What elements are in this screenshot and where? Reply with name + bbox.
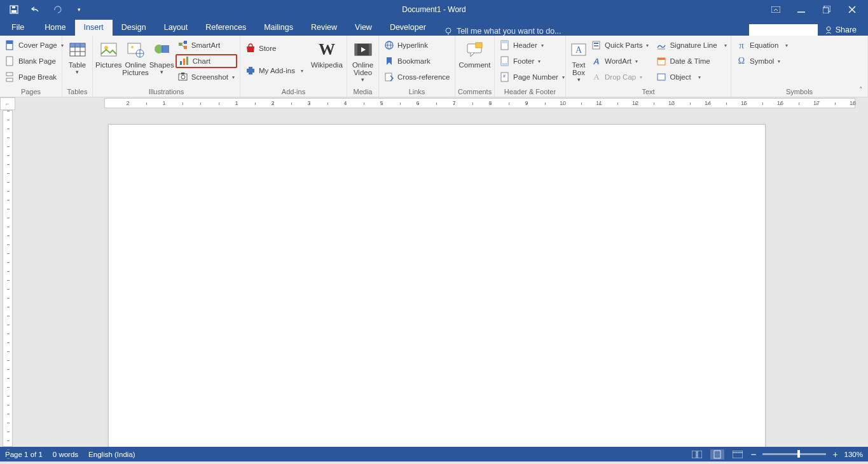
signature-line-button[interactable]: Signature Line▾ xyxy=(654,38,729,52)
tab-layout[interactable]: Layout xyxy=(155,20,197,36)
svg-rect-3 xyxy=(771,6,780,13)
maximize-icon[interactable] xyxy=(822,5,831,14)
online-pictures-button[interactable]: Online Pictures xyxy=(122,38,149,76)
share-label: Share xyxy=(836,25,857,34)
minimize-icon[interactable] xyxy=(797,5,806,14)
close-icon[interactable] xyxy=(848,5,857,14)
object-label: Object xyxy=(670,73,691,81)
hyperlink-icon xyxy=(384,40,394,50)
svg-point-9 xyxy=(827,27,830,31)
date-time-button[interactable]: Date & Time xyxy=(654,54,729,68)
shapes-button[interactable]: Shapes ▾ xyxy=(149,38,174,75)
tab-design[interactable]: Design xyxy=(113,20,155,36)
tell-me-search[interactable]: Tell me what you want to do... xyxy=(444,27,561,36)
zoom-level[interactable]: 130% xyxy=(844,451,863,458)
pictures-button[interactable]: Pictures xyxy=(95,38,122,69)
blank-page-button[interactable]: Blank Page xyxy=(3,54,66,68)
my-addins-button[interactable]: My Add-ins▾ xyxy=(243,64,306,78)
equation-button[interactable]: πEquation▾ xyxy=(734,38,790,52)
tab-selector[interactable]: ⌐ xyxy=(0,97,15,110)
store-button[interactable]: Store xyxy=(243,41,306,55)
bookmark-button[interactable]: Bookmark xyxy=(382,54,452,68)
group-pages: Cover Page▾ Blank Page Page Break Pages xyxy=(0,36,62,97)
zoom-slider[interactable] xyxy=(762,453,826,455)
smartart-button[interactable]: SmartArt xyxy=(176,38,237,52)
status-words[interactable]: 0 words xyxy=(53,451,78,458)
search-input[interactable] xyxy=(749,24,818,36)
save-icon[interactable] xyxy=(9,4,19,15)
shapes-icon xyxy=(151,39,172,60)
my-addins-icon xyxy=(245,66,256,76)
share-button[interactable]: Share xyxy=(824,25,857,34)
table-icon xyxy=(67,39,88,60)
cross-reference-button[interactable]: Cross-reference xyxy=(382,70,452,84)
screenshot-button[interactable]: Screenshot▾ xyxy=(176,70,237,84)
window-controls xyxy=(771,5,868,14)
smartart-label: SmartArt xyxy=(191,41,220,49)
symbol-button[interactable]: ΩSymbol▾ xyxy=(734,54,790,68)
svg-rect-61 xyxy=(658,58,665,60)
quick-parts-button[interactable]: Quick Parts▾ xyxy=(589,38,651,52)
cover-page-button[interactable]: Cover Page▾ xyxy=(3,38,66,52)
undo-icon[interactable] xyxy=(31,4,41,15)
group-header-footer: Header▾ Footer▾ #Page Number▾ Header & F… xyxy=(495,36,566,97)
footer-button[interactable]: Footer▾ xyxy=(497,54,567,68)
page-number-label: Page Number xyxy=(513,73,558,81)
svg-rect-34 xyxy=(183,59,185,65)
qat-customize-icon[interactable]: ▾ xyxy=(74,4,84,15)
page-number-button[interactable]: #Page Number▾ xyxy=(497,70,567,84)
object-button[interactable]: Object▾ xyxy=(654,70,729,84)
bookmark-icon xyxy=(384,56,394,66)
vertical-ruler[interactable] xyxy=(0,110,15,447)
status-page[interactable]: Page 1 of 1 xyxy=(5,451,43,458)
horizontal-ruler[interactable]: 21123456789101112131415161718 xyxy=(15,97,868,110)
group-illustrations-label: Illustrations xyxy=(95,87,237,97)
svg-line-31 xyxy=(182,42,184,44)
header-label: Header xyxy=(513,41,537,49)
tab-mailings[interactable]: Mailings xyxy=(255,20,302,36)
comment-button[interactable]: Comment xyxy=(458,38,492,69)
header-button[interactable]: Header▾ xyxy=(497,38,567,52)
svg-point-24 xyxy=(131,46,134,48)
date-time-icon xyxy=(656,56,666,66)
web-layout-icon[interactable] xyxy=(731,449,745,460)
svg-rect-64 xyxy=(698,451,702,458)
read-mode-icon[interactable] xyxy=(690,449,704,460)
zoom-out-icon[interactable]: − xyxy=(751,449,757,460)
tab-insert[interactable]: Insert xyxy=(75,20,113,36)
online-pictures-icon xyxy=(125,39,146,60)
svg-line-32 xyxy=(182,45,184,47)
table-button[interactable]: Table ▾ xyxy=(65,38,90,75)
tab-references[interactable]: References xyxy=(196,20,255,36)
ribbon-display-icon[interactable] xyxy=(771,5,780,14)
chart-button[interactable]: Chart xyxy=(176,54,237,68)
tab-developer[interactable]: Developer xyxy=(381,20,435,36)
page-area[interactable] xyxy=(15,110,868,447)
svg-rect-40 xyxy=(355,44,357,55)
text-box-button[interactable]: A Text Box ▾ xyxy=(568,38,589,83)
page-break-button[interactable]: Page Break xyxy=(3,70,66,84)
tab-view[interactable]: View xyxy=(346,20,381,36)
ribbon: Cover Page▾ Blank Page Page Break Pages … xyxy=(0,36,868,97)
svg-rect-29 xyxy=(184,41,187,44)
shapes-label: Shapes xyxy=(149,61,174,69)
drop-cap-button[interactable]: ADrop Cap▾ xyxy=(589,70,651,84)
online-video-button[interactable]: Online Video ▾ xyxy=(350,38,376,83)
tab-file[interactable]: File xyxy=(0,20,36,36)
pictures-label: Pictures xyxy=(95,61,122,69)
online-pictures-label: Online Pictures xyxy=(122,61,149,76)
wikipedia-button[interactable]: W Wikipedia xyxy=(310,38,344,69)
group-links-label: Links xyxy=(382,87,452,97)
document-area xyxy=(0,110,868,447)
page[interactable] xyxy=(108,124,766,447)
wordart-button[interactable]: AWordArt▾ xyxy=(589,54,651,68)
zoom-in-icon[interactable]: + xyxy=(832,449,837,460)
hyperlink-button[interactable]: Hyperlink xyxy=(382,38,452,52)
tab-review[interactable]: Review xyxy=(302,20,346,36)
print-layout-icon[interactable] xyxy=(710,449,724,460)
tab-home[interactable]: Home xyxy=(36,20,74,36)
svg-rect-49 xyxy=(501,41,508,43)
redo-icon[interactable] xyxy=(52,4,62,15)
collapse-ribbon-icon[interactable]: ˄ xyxy=(859,86,863,94)
status-language[interactable]: English (India) xyxy=(88,451,135,458)
